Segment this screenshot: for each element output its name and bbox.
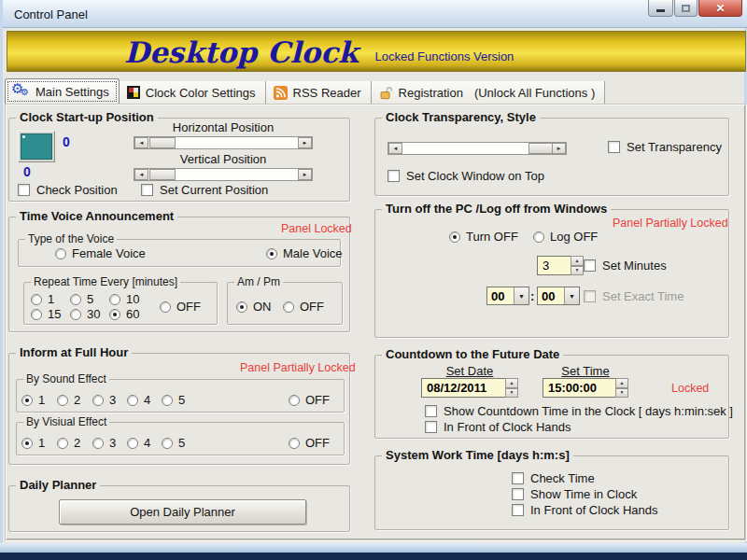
log-off-radio[interactable]: Log OFF [533,230,598,244]
repeat-10-radio[interactable]: 10 [109,292,139,306]
slider-right-arrow-icon[interactable]: ► [298,169,312,180]
radio-circle[interactable] [283,301,294,313]
radio-circle[interactable] [109,294,120,305]
dropdown-arrow-icon[interactable]: ▼ [514,287,529,304]
time-value[interactable]: 15:00:00 [543,378,615,398]
repeat-30-radio[interactable]: 30 [70,307,100,321]
checkbox-box[interactable] [512,488,524,500]
radio-circle[interactable] [162,395,173,406]
slider-thumb[interactable] [149,169,176,180]
radio-circle[interactable] [70,309,81,320]
transparency-slider[interactable]: ◄ ► [388,142,567,155]
radio-circle[interactable] [109,309,120,320]
radio-circle[interactable] [289,438,300,449]
tab-registration[interactable]: Registration (Unlock All Functions ) [372,81,606,105]
spin-up-icon[interactable]: ▲ [615,378,628,388]
set-clock-on-top-checkbox[interactable]: Set Clock Window on Top [388,169,544,183]
sound-3-radio[interactable]: 3 [92,393,116,407]
visual-off-radio[interactable]: OFF [289,436,330,450]
tab-main-settings[interactable]: ⚙⚙ Main Settings [5,78,120,105]
spin-down-icon[interactable]: ▼ [505,388,518,399]
male-voice-radio[interactable]: Male Voice [266,246,343,260]
repeat-1-radio[interactable]: 1 [31,292,54,306]
radio-circle[interactable] [31,294,42,305]
checkbox-box[interactable] [512,504,524,516]
repeat-15-radio[interactable]: 15 [31,307,61,321]
radio-circle[interactable] [57,395,68,406]
sound-1-radio[interactable]: 1 [21,393,45,407]
set-current-position-checkbox[interactable]: Set Current Position [141,183,268,197]
radio-circle[interactable] [31,309,42,320]
radio-circle[interactable] [21,395,33,406]
open-daily-planner-button[interactable]: Open Daily Planner [59,499,306,525]
checkbox-box[interactable] [141,184,153,196]
ampm-on-radio[interactable]: ON [236,300,272,314]
slider-left-arrow-icon[interactable]: ◄ [388,143,402,154]
sound-4-radio[interactable]: 4 [127,393,150,407]
checkbox-box[interactable] [18,184,30,196]
maximize-button[interactable] [674,0,698,17]
radio-circle[interactable] [127,395,138,406]
date-value[interactable]: 08/12/2011 [421,378,505,398]
spin-up-icon[interactable]: ▲ [571,256,584,266]
minutes-spinner[interactable]: 3 ▲ ▼ [537,256,584,275]
vertical-position-slider[interactable]: ◄ ► [134,168,313,181]
tab-rss-reader[interactable]: RSS Reader [266,81,372,105]
radio-circle[interactable] [289,395,300,406]
date-spinner[interactable]: 08/12/2011 ▲ ▼ [421,378,518,398]
slider-right-arrow-icon[interactable]: ► [552,143,566,154]
sound-2-radio[interactable]: 2 [57,393,80,407]
slider-thumb[interactable] [149,137,176,148]
minimize-button[interactable] [648,0,673,17]
visual-4-radio[interactable]: 4 [127,436,150,450]
hours-value[interactable]: 00 [487,287,514,304]
title-bar[interactable]: Control Panel ✕ [3,0,747,28]
radio-circle[interactable] [160,301,171,313]
radio-circle[interactable] [57,438,68,449]
checkbox-box[interactable] [388,170,400,182]
set-minutes-checkbox[interactable]: Set Minutes [584,259,667,273]
spin-down-icon[interactable]: ▼ [571,266,584,276]
radio-circle[interactable] [92,395,104,406]
radio-circle[interactable] [70,294,81,305]
time-spinner[interactable]: 15:00:00 ▲ ▼ [543,378,628,398]
radio-circle[interactable] [55,248,66,259]
checkbox-box[interactable] [608,141,620,153]
repeat-5-radio[interactable]: 5 [70,292,93,306]
worktime-in-front-checkbox[interactable]: In Front of Clock Hands [512,503,658,517]
radio-circle[interactable] [533,231,544,243]
slider-thumb[interactable] [529,143,553,154]
repeat-60-radio[interactable]: 60 [109,307,139,321]
spin-up-icon[interactable]: ▲ [505,378,518,388]
visual-3-radio[interactable]: 3 [92,436,116,450]
spin-down-icon[interactable]: ▼ [615,388,628,399]
horizontal-position-slider[interactable]: ◄ ► [134,136,313,149]
minutes-value[interactable]: 3 [537,256,571,275]
female-voice-radio[interactable]: Female Voice [55,246,146,260]
ampm-off-radio[interactable]: OFF [283,300,324,314]
hours-dropdown[interactable]: 00 ▼ [486,287,529,305]
checkbox-box[interactable] [425,421,437,433]
radio-circle[interactable] [236,301,247,313]
show-countdown-checkbox[interactable]: Show Countdown Time in the Clock [ days … [425,404,733,418]
show-time-in-clock-checkbox[interactable]: Show Time in Clock [512,487,637,501]
check-time-checkbox[interactable]: Check Time [512,471,595,485]
radio-circle[interactable] [21,438,33,449]
visual-2-radio[interactable]: 2 [57,436,80,450]
radio-circle[interactable] [162,438,173,449]
radio-circle[interactable] [127,438,138,449]
minutes-value[interactable]: 00 [538,287,564,304]
repeat-off-radio[interactable]: OFF [160,300,201,314]
checkbox-box[interactable] [584,259,596,272]
check-position-checkbox[interactable]: Check Position [18,183,118,197]
slider-left-arrow-icon[interactable]: ◄ [134,137,148,148]
radio-circle[interactable] [449,231,460,243]
sound-off-radio[interactable]: OFF [289,393,330,407]
clock-position-preview-swatch[interactable] [18,131,55,162]
dropdown-arrow-icon[interactable]: ▼ [564,287,579,304]
checkbox-box[interactable] [425,405,437,417]
tab-clock-color-settings[interactable]: Clock Color Settings [120,81,266,105]
radio-circle[interactable] [92,438,104,449]
minutes-dropdown[interactable]: 00 ▼ [537,287,580,305]
visual-5-radio[interactable]: 5 [162,436,185,450]
